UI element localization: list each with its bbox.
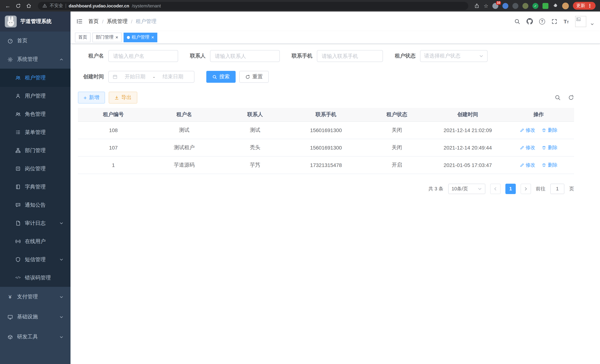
add-button[interactable]: + 新增 bbox=[78, 92, 105, 103]
sidebar-item-devtools[interactable]: 研发工具 bbox=[0, 327, 71, 347]
toggle-search-button[interactable] bbox=[555, 95, 561, 101]
system-submenu: 租户管理 用户管理 角色管理 菜单管理 bbox=[0, 69, 71, 287]
contact-input[interactable] bbox=[210, 50, 280, 62]
update-label: 更新 bbox=[576, 3, 585, 9]
cell-mobile: 15601691300 bbox=[291, 139, 361, 156]
col-contact: 联系人 bbox=[220, 108, 291, 121]
search-label: 搜索 bbox=[219, 74, 230, 80]
sidebar-item-pay[interactable]: ¥ 支付管理 bbox=[0, 287, 71, 307]
refresh-table-button[interactable] bbox=[568, 95, 574, 101]
sidebar-item-sms[interactable]: 短信管理 bbox=[0, 251, 71, 269]
sidebar-menu: 首页 系统管理 租户管理 用户管理 bbox=[0, 32, 71, 347]
bookmark-star-button[interactable]: ☆ bbox=[484, 3, 488, 9]
extension-icon-4[interactable] bbox=[523, 3, 528, 9]
create-time-range-picker[interactable]: 开始日期 - 结束日期 bbox=[108, 71, 194, 83]
trash-icon bbox=[542, 128, 546, 132]
browser-refresh-button[interactable] bbox=[13, 1, 23, 10]
app-logo[interactable]: 芋道管理系统 bbox=[0, 11, 71, 32]
status-placeholder: 请选择租户状态 bbox=[424, 53, 460, 59]
font-size-button[interactable]: TT bbox=[564, 18, 569, 24]
extension-icon-2[interactable] bbox=[502, 3, 508, 9]
sidebar-item-online-user[interactable]: 在线用户 bbox=[0, 232, 71, 251]
github-button[interactable] bbox=[526, 18, 533, 25]
tab-tenant[interactable]: 租户管理 × bbox=[123, 32, 157, 42]
mobile-input[interactable] bbox=[317, 50, 383, 62]
page-size-select[interactable]: 10条/页 bbox=[448, 184, 485, 194]
question-icon: ? bbox=[541, 19, 543, 23]
breadcrumb-home[interactable]: 首页 bbox=[88, 18, 99, 25]
delete-link[interactable]: 删除 bbox=[542, 127, 558, 133]
sidebar-label-devtools: 研发工具 bbox=[17, 334, 38, 340]
breadcrumb-system[interactable]: 系统管理 bbox=[107, 18, 128, 25]
export-label: 导出 bbox=[121, 94, 132, 101]
sidebar-item-system[interactable]: 系统管理 bbox=[0, 50, 71, 69]
col-actions: 操作 bbox=[503, 108, 574, 121]
share-button[interactable] bbox=[474, 3, 480, 8]
tenant-status-select[interactable]: 请选择租户状态 bbox=[420, 50, 488, 62]
breadcrumb-separator: / bbox=[102, 18, 103, 24]
avatar-caret-icon[interactable] bbox=[590, 22, 594, 26]
extension-icon-1[interactable]: 10 bbox=[492, 3, 498, 9]
extension-icon-3[interactable] bbox=[512, 3, 518, 9]
sidebar-item-notice[interactable]: 通知公告 bbox=[0, 196, 71, 214]
puzzle-icon bbox=[553, 3, 558, 9]
sidebar-item-errcode[interactable]: </> 错误码管理 bbox=[0, 269, 71, 287]
tenant-name-input[interactable] bbox=[108, 50, 178, 62]
search-button[interactable]: 搜索 bbox=[206, 71, 236, 83]
top-navbar: 首页 / 系统管理 / 租户管理 ? bbox=[71, 11, 600, 31]
user-avatar[interactable] bbox=[575, 16, 586, 27]
extension-icon-6[interactable] bbox=[543, 3, 548, 9]
sidebar-item-post[interactable]: 岗位管理 bbox=[0, 159, 71, 178]
header-search-button[interactable] bbox=[514, 18, 520, 24]
goto-page-input[interactable] bbox=[550, 184, 564, 194]
cell-contact: 测试 bbox=[220, 121, 291, 139]
broadcast-icon bbox=[15, 239, 21, 244]
sidebar-item-user[interactable]: 用户管理 bbox=[0, 87, 71, 105]
browser-update-button[interactable]: 更新 ⋮ bbox=[573, 2, 596, 10]
fullscreen-button[interactable] bbox=[551, 18, 557, 24]
profile-avatar[interactable] bbox=[562, 2, 569, 9]
browser-home-button[interactable] bbox=[24, 1, 33, 10]
sidebar-item-audit-log[interactable]: 审计日志 bbox=[0, 214, 71, 232]
trash-icon bbox=[542, 145, 546, 150]
sidebar-item-role[interactable]: 角色管理 bbox=[0, 105, 71, 123]
sidebar-item-infra[interactable]: 基础设施 bbox=[0, 307, 71, 327]
tenant-table: 租户编号 租户名 联系人 联系手机 租户状态 创建时间 操作 108 测试 bbox=[78, 108, 574, 174]
tab-close-icon[interactable]: × bbox=[115, 35, 118, 40]
sidebar-item-dict[interactable]: 字典管理 bbox=[0, 178, 71, 196]
tags-view: 首页 部门管理 × 租户管理 × bbox=[71, 31, 600, 44]
sidebar-item-menu[interactable]: 菜单管理 bbox=[0, 123, 71, 141]
github-icon bbox=[526, 18, 533, 25]
extensions-menu-button[interactable] bbox=[553, 3, 558, 9]
message-icon bbox=[15, 202, 21, 208]
tab-close-icon[interactable]: × bbox=[151, 35, 154, 40]
tenant-users-icon bbox=[15, 75, 21, 81]
cell-tenant-name: 芋道源码 bbox=[149, 156, 220, 174]
edit-link[interactable]: 修改 bbox=[520, 127, 535, 133]
col-tenant-name: 租户名 bbox=[149, 108, 220, 121]
address-bar[interactable]: 不安全 dashboard.yudao.iocoder.cn/system/te… bbox=[38, 2, 469, 10]
export-button[interactable]: 导出 bbox=[109, 92, 137, 103]
delete-link[interactable]: 删除 bbox=[542, 162, 558, 168]
next-page-button[interactable] bbox=[521, 184, 531, 194]
sidebar-item-home[interactable]: 首页 bbox=[0, 32, 71, 50]
chevron-left-icon bbox=[493, 187, 497, 191]
tab-home[interactable]: 首页 bbox=[75, 32, 91, 42]
reset-button[interactable]: 重置 bbox=[239, 71, 269, 83]
roles-icon bbox=[15, 111, 21, 117]
cell-tenant-id: 1 bbox=[78, 156, 149, 174]
current-page-button[interactable]: 1 bbox=[505, 184, 516, 194]
delete-link[interactable]: 删除 bbox=[542, 144, 558, 151]
sidebar-fold-button[interactable] bbox=[76, 18, 83, 25]
sidebar-item-dept[interactable]: 部门管理 bbox=[0, 141, 71, 159]
prev-page-button[interactable] bbox=[490, 184, 501, 194]
user-icon bbox=[15, 93, 21, 99]
browser-back-button[interactable]: ← bbox=[3, 1, 13, 10]
tab-dept[interactable]: 部门管理 × bbox=[92, 32, 122, 42]
edit-link[interactable]: 修改 bbox=[520, 144, 535, 151]
extension-icon-5[interactable]: ✓ bbox=[533, 3, 538, 9]
edit-link[interactable]: 修改 bbox=[520, 162, 535, 168]
sidebar-item-tenant[interactable]: 租户管理 bbox=[0, 69, 71, 87]
breadcrumb-separator: / bbox=[131, 18, 132, 24]
help-button[interactable]: ? bbox=[539, 18, 545, 24]
